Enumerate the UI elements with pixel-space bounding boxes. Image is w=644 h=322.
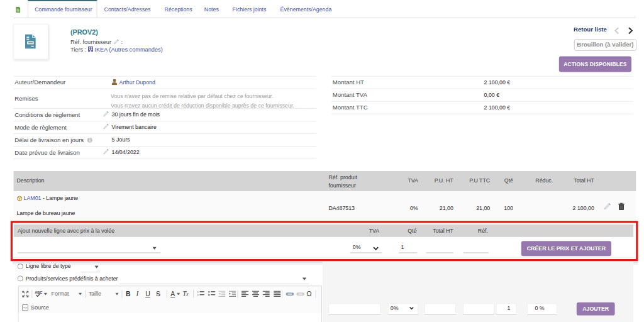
svg-text:2: 2 <box>197 294 199 297</box>
svg-text:ABC: ABC <box>35 291 42 294</box>
svg-text:<>: <> <box>23 306 28 309</box>
